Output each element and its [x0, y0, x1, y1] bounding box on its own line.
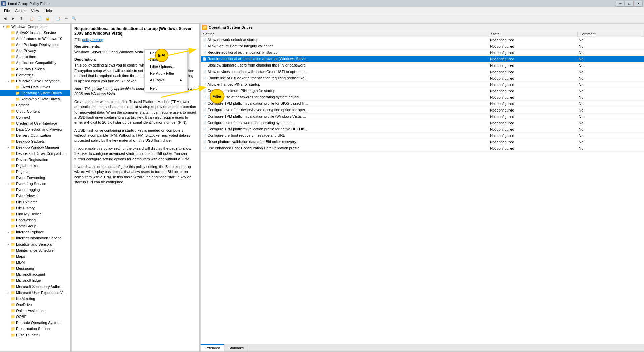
tree-expander-ms-user-exp[interactable]: ▸ — [6, 290, 11, 295]
export-button[interactable]: 📑 — [54, 15, 62, 23]
menu-help[interactable]: Help — [42, 8, 55, 13]
tree-item-presentation[interactable]: 📁Presentation Settings — [0, 326, 70, 332]
desc-edit-link[interactable]: policy setting — [82, 38, 103, 42]
tree-expander-homegroup[interactable] — [6, 224, 11, 228]
tree-item-netmeeting[interactable]: 📁NetMeeting — [0, 296, 70, 302]
tree-item-iis[interactable]: 📁Internet Information Service... — [0, 235, 70, 241]
tree-item-desktop-wm[interactable]: ▸📁Desktop Window Manager — [0, 144, 70, 150]
tree-item-os-drives[interactable]: 📁Operating System Drives — [0, 90, 70, 96]
tree-expander-ms-secondary[interactable] — [6, 284, 11, 289]
menu-action[interactable]: Action — [13, 8, 29, 13]
new-window-button[interactable]: 🔒 — [44, 15, 51, 23]
tree-expander-location-sensors[interactable]: ▸ — [6, 242, 11, 247]
tree-item-bitlocker[interactable]: ▾📂BitLocker Drive Encryption — [0, 78, 70, 84]
tree-expander-edge-ui[interactable] — [6, 169, 11, 174]
tree-expander-desktop-gadgets[interactable] — [6, 139, 11, 144]
tree-expander-onedrive[interactable] — [6, 302, 11, 307]
back-button[interactable]: ◀ — [1, 15, 9, 23]
tree-item-file-history[interactable]: 📁File History — [0, 205, 70, 211]
tree-item-ms-edge[interactable]: 📁Microsoft Edge — [0, 277, 70, 283]
tree-expander-app-compat[interactable] — [6, 60, 11, 65]
table-row[interactable]: 📄Use enhanced Boot Configuration Data va… — [201, 145, 644, 152]
tree-expander-maintenance[interactable] — [6, 248, 11, 253]
tree-item-app-privacy[interactable]: 📁App Privacy — [0, 48, 70, 54]
maximize-button[interactable]: □ — [625, 1, 634, 7]
tree-item-activex[interactable]: 📁ActiveX Installer Service — [0, 30, 70, 36]
tree-expander-event-viewer[interactable] — [6, 193, 11, 198]
tree-item-file-explorer[interactable]: 📁File Explorer — [0, 199, 70, 205]
tree-item-device-reg[interactable]: 📁Device Registration — [0, 157, 70, 163]
tree-item-desktop-gadgets[interactable]: 📁Desktop Gadgets — [0, 138, 70, 144]
context-menu-item-help[interactable]: Help — [145, 85, 187, 92]
tree-expander-delivery-opt[interactable] — [6, 133, 11, 138]
tree-expander-mdm[interactable] — [6, 260, 11, 265]
table-row[interactable]: 📄Allow enhanced PINs for startupNot conf… — [201, 82, 644, 88]
tree-item-handwriting[interactable]: 📁Handwriting — [0, 217, 70, 223]
tree-expander-oobe[interactable] — [6, 314, 11, 319]
tree-expander-digital-locker[interactable] — [6, 163, 11, 168]
tree-expander-device-reg[interactable] — [6, 157, 11, 162]
context-menu-item-filter-options...[interactable]: Filter Options... — [145, 63, 187, 70]
tree-item-edge-ui[interactable]: 📁Edge UI — [0, 169, 70, 175]
close-button[interactable]: ✕ — [634, 1, 643, 7]
show-hide-action-pane-button[interactable]: 📋 — [28, 15, 35, 23]
tree-expander-find-my-device[interactable] — [6, 212, 11, 216]
tree-item-windows-components[interactable]: ▾📂Windows Components — [0, 24, 70, 30]
tree-item-ms-account[interactable]: 📁Microsoft account — [0, 271, 70, 277]
table-row[interactable]: 📄Configure pre-boot recovery message and… — [201, 133, 644, 139]
tree-item-device-driver[interactable]: 📁Device and Driver Compatib... — [0, 150, 70, 157]
forward-button[interactable]: ▶ — [9, 15, 17, 23]
table-row[interactable]: 📄Configure use of hardware-based encrypt… — [201, 107, 644, 114]
tree-item-push-install[interactable]: 📁Push To Install — [0, 332, 70, 338]
menu-file[interactable]: File — [1, 8, 13, 13]
tree-item-removable-drives[interactable]: 📁Removable Data Drives — [0, 96, 70, 102]
menu-view[interactable]: View — [28, 8, 42, 13]
tree-expander-removable-drives[interactable] — [11, 97, 15, 101]
tree-expander-push-install[interactable] — [6, 333, 11, 337]
table-row[interactable]: 📄Allow devices compliant with InstantGo … — [201, 69, 644, 75]
tree-item-camera[interactable]: 📁Camera — [0, 102, 70, 108]
tree-item-event-forwarding[interactable]: 📁Event Forwarding — [0, 175, 70, 181]
tree-item-app-compat[interactable]: 📁Application Compatibility — [0, 60, 70, 66]
tree-item-fixed-drives[interactable]: 📁Fixed Data Drives — [0, 84, 70, 90]
table-row[interactable]: 📄Reset platform validation data after Bi… — [201, 139, 644, 145]
tree-expander-online-asst[interactable] — [6, 308, 11, 313]
tree-item-find-my-device[interactable]: 📁Find My Device — [0, 211, 70, 217]
table-row[interactable]: 📄Configure use of passwords for operatin… — [201, 94, 644, 101]
tree-expander-netmeeting[interactable] — [6, 296, 11, 301]
tree-expander-autoplay[interactable] — [6, 67, 11, 71]
tree-expander-event-logging[interactable] — [6, 187, 11, 192]
tree-item-online-asst[interactable]: 📁Online Assistance — [0, 308, 70, 314]
tree-item-portable-os[interactable]: 📁Portable Operating System — [0, 320, 70, 326]
table-row[interactable]: 📄Allow Secure Boot for integrity validat… — [201, 43, 644, 50]
tree-item-credential-ui[interactable]: 📁Credential User Interface — [0, 120, 70, 126]
tree-item-cloud-content[interactable]: 📁Cloud Content — [0, 108, 70, 114]
tree-expander-camera[interactable] — [6, 103, 11, 107]
tree-expander-portable-os[interactable] — [6, 320, 11, 325]
tree-expander-maps[interactable] — [6, 254, 11, 259]
col-header-state[interactable]: State — [489, 31, 577, 37]
table-row[interactable]: 📄Configure TPM platform validation profi… — [201, 101, 644, 107]
table-row[interactable]: 📄Configure TPM platform validation profi… — [201, 126, 644, 133]
filter-button[interactable]: ✏ — [62, 15, 70, 23]
tree-expander-activex[interactable] — [6, 30, 11, 35]
tree-item-autoplay[interactable]: 📁AutoPlay Policies — [0, 66, 70, 72]
tree-item-maintenance[interactable]: 📁Maintenance Scheduler — [0, 247, 70, 253]
tree-item-messaging[interactable]: 📁Messaging — [0, 265, 70, 271]
tree-expander-connect[interactable] — [6, 115, 11, 120]
tree-item-event-viewer[interactable]: 📁Event Viewer — [0, 193, 70, 199]
tree-expander-app-privacy[interactable] — [6, 48, 11, 53]
tree-expander-biometrics[interactable] — [6, 73, 11, 77]
tree-expander-add-features[interactable] — [6, 36, 11, 41]
tree-item-mdm[interactable]: 📁MDM — [0, 259, 70, 265]
tree-expander-os-drives[interactable] — [11, 91, 15, 95]
tab-standard[interactable]: Standard — [224, 344, 248, 351]
tree-expander-bitlocker[interactable]: ▾ — [6, 79, 11, 83]
col-header-setting[interactable]: Setting — [201, 31, 489, 37]
table-row[interactable]: 📄Require additional authentication at st… — [201, 50, 644, 56]
tree-item-app-runtime[interactable]: 📁App runtime — [0, 54, 70, 60]
tab-extended[interactable]: Extended — [201, 344, 224, 351]
tree-expander-data-collection[interactable] — [6, 127, 11, 132]
tree-expander-iis[interactable] — [6, 236, 11, 240]
tree-expander-app-package[interactable] — [6, 42, 11, 47]
